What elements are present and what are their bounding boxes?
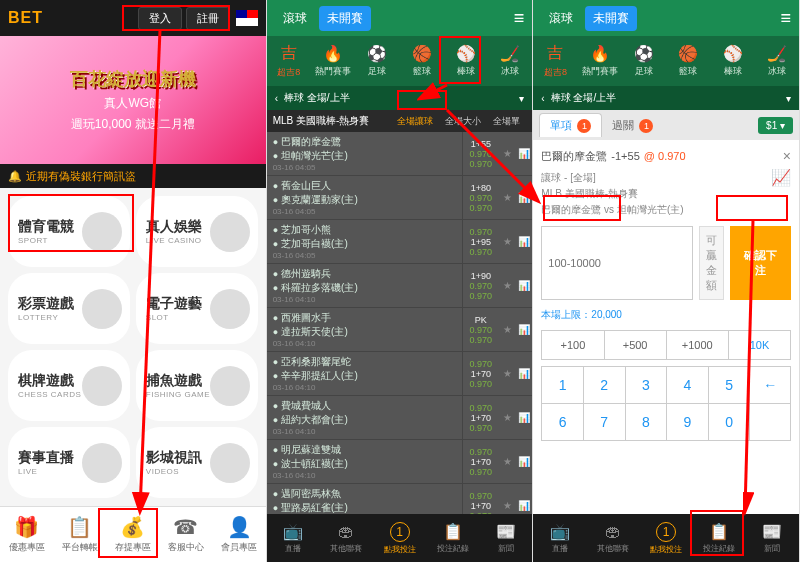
bnav-2[interactable]: 1點我投注 (373, 514, 426, 562)
sport-5[interactable]: 🏒冰球 (488, 36, 532, 86)
star-icon[interactable]: ★ (498, 308, 516, 351)
sport-3[interactable]: 🏀籃球 (400, 36, 444, 86)
sport-2[interactable]: ⚽足球 (622, 36, 666, 86)
bars-icon[interactable]: 📊 (516, 440, 532, 483)
chevron-left-icon[interactable]: ‹ (275, 93, 278, 104)
key-0[interactable]: 0 (708, 404, 750, 441)
bars-icon[interactable]: 📊 (516, 264, 532, 307)
key-8[interactable]: 8 (625, 404, 667, 441)
key-←[interactable]: ← (749, 366, 791, 404)
key-6[interactable]: 6 (541, 404, 583, 441)
key-4[interactable]: 4 (666, 366, 708, 404)
nav-1[interactable]: 📋平台轉帳 (53, 507, 106, 562)
tile-fishing game[interactable]: 捕魚遊戲FISHING GAME (136, 350, 258, 421)
quick-+500[interactable]: +500 (604, 330, 666, 360)
odds-cell[interactable]: 0.9701+700.970 (462, 440, 498, 483)
odds-cell[interactable]: 1+900.9700.970 (462, 264, 498, 307)
key-9[interactable]: 9 (666, 404, 708, 441)
bnav-0[interactable]: 📺直播 (267, 514, 320, 562)
chart-icon[interactable]: 📈 (771, 170, 791, 186)
star-icon[interactable]: ★ (498, 352, 516, 395)
tab-single[interactable]: 單項 1 (539, 113, 602, 137)
nav-2[interactable]: 💰存提專區 (106, 507, 159, 562)
promo-banner[interactable]: 百花綻放迎新機 真人WG館 週玩10,000 就送二月禮 (0, 36, 266, 164)
sport-1[interactable]: 🔥熱門賽事 (578, 36, 622, 86)
odds-cell[interactable]: 0.9701+950.970 (462, 220, 498, 263)
bars-icon[interactable]: 📊 (516, 352, 532, 395)
star-icon[interactable]: ★ (498, 220, 516, 263)
odds-cell[interactable]: 1+800.9700.970 (462, 176, 498, 219)
bnav-4[interactable]: 📰新聞 (479, 514, 532, 562)
sport-5[interactable]: 🏒冰球 (755, 36, 799, 86)
star-icon[interactable]: ★ (498, 132, 516, 175)
match-row[interactable]: ●德州遊騎兵●科羅拉多落磯(主)03-16 04:101+900.9700.97… (267, 264, 533, 308)
bnav-1[interactable]: 🏟其他聯賽 (586, 514, 639, 562)
bars-icon[interactable]: 📊 (516, 176, 532, 219)
sport-0[interactable]: 吉超吉8 (267, 36, 311, 86)
key-1[interactable]: 1 (541, 366, 583, 404)
odds-cell[interactable]: 1+550.9700.970 (462, 132, 498, 175)
tab-upcoming[interactable]: 未開賽 (585, 6, 637, 31)
nav-3[interactable]: ☎客服中心 (159, 507, 212, 562)
star-icon[interactable]: ★ (498, 396, 516, 439)
sport-4[interactable]: ⚾棒球 (710, 36, 754, 86)
bars-icon[interactable]: 📊 (516, 220, 532, 263)
bars-icon[interactable]: 📊 (516, 396, 532, 439)
bnav-0[interactable]: 📺直播 (533, 514, 586, 562)
bnav-1[interactable]: 🏟其他聯賽 (320, 514, 373, 562)
bars-icon[interactable]: 📊 (516, 308, 532, 351)
star-icon[interactable]: ★ (498, 176, 516, 219)
chevron-down-icon[interactable]: ▾ (786, 93, 791, 104)
match-row[interactable]: ●亞利桑那響尾蛇●辛辛那提紅人(主)03-16 04:100.9701+700.… (267, 352, 533, 396)
col-ou[interactable]: 全場單 (487, 115, 526, 128)
quick-+100[interactable]: +100 (541, 330, 603, 360)
bnav-2[interactable]: 1點我投注 (640, 514, 693, 562)
quick-10K[interactable]: 10K (728, 330, 791, 360)
tile-videos[interactable]: 影城視訊VIDEOS (136, 427, 258, 498)
key-7[interactable]: 7 (583, 404, 625, 441)
nav-4[interactable]: 👤會員專區 (213, 507, 266, 562)
odds-cell[interactable]: 0.9701+700.970 (462, 352, 498, 395)
chevron-left-icon[interactable]: ‹ (541, 93, 544, 104)
key-3[interactable]: 3 (625, 366, 667, 404)
match-row[interactable]: ●費城費城人●紐約大都會(主)03-16 04:100.9701+700.970… (267, 396, 533, 440)
confirm-bet-button[interactable]: 確認下注 (730, 226, 791, 300)
star-icon[interactable]: ★ (498, 440, 516, 483)
bnav-3[interactable]: 📋投注紀錄 (426, 514, 479, 562)
register-button[interactable]: 註冊 (186, 7, 230, 30)
match-row[interactable]: ●明尼蘇達雙城●波士頓紅襪(主)03-16 04:100.9701+700.97… (267, 440, 533, 484)
match-row[interactable]: ●舊金山巨人●奧克蘭運動家(主)03-16 04:051+800.9700.97… (267, 176, 533, 220)
sport-2[interactable]: ⚽足球 (355, 36, 399, 86)
stake-selector[interactable]: $1 ▾ (758, 117, 793, 134)
close-icon[interactable]: × (783, 148, 791, 164)
stake-input[interactable] (541, 226, 693, 300)
star-icon[interactable]: ★ (498, 264, 516, 307)
match-row[interactable]: ●芝加哥小熊●芝加哥白襪(主)03-16 04:050.9701+950.970… (267, 220, 533, 264)
flag-icon[interactable] (236, 10, 258, 26)
sport-3[interactable]: 🏀籃球 (666, 36, 710, 86)
bars-icon[interactable]: 📊 (516, 132, 532, 175)
match-row[interactable]: ●西雅圖水手●達拉斯天使(主)03-16 04:10PK0.9700.970★📊 (267, 308, 533, 352)
quick-+1000[interactable]: +1000 (666, 330, 728, 360)
col-spread[interactable]: 全場讓球 (391, 115, 439, 128)
bnav-4[interactable]: 📰新聞 (746, 514, 799, 562)
sport-4[interactable]: ⚾棒球 (444, 36, 488, 86)
tile-live[interactable]: 賽事直播LIVE (8, 427, 130, 498)
sport-0[interactable]: 吉超吉8 (533, 36, 577, 86)
menu-icon[interactable]: ≡ (781, 8, 792, 29)
odds-cell[interactable]: PK0.9700.970 (462, 308, 498, 351)
menu-icon[interactable]: ≡ (514, 8, 525, 29)
odds-cell[interactable]: 0.9701+700.970 (462, 484, 498, 514)
bnav-3[interactable]: 📋投注紀錄 (693, 514, 746, 562)
match-row[interactable]: ●邁阿密馬林魚●聖路易紅雀(主)03-16 04:100.9701+700.97… (267, 484, 533, 514)
tile-slot[interactable]: 電子遊藝SLOT (136, 273, 258, 344)
key-2[interactable]: 2 (583, 366, 625, 404)
key-5[interactable]: 5 (708, 366, 750, 404)
tab-upcoming[interactable]: 未開賽 (319, 6, 371, 31)
tab-live[interactable]: 滾球 (275, 6, 315, 31)
sport-1[interactable]: 🔥熱門賽事 (311, 36, 355, 86)
tile-chess cards[interactable]: 棋牌遊戲CHESS CARDS (8, 350, 130, 421)
nav-0[interactable]: 🎁優惠專區 (0, 507, 53, 562)
tile-live casino[interactable]: 真人娛樂LIVE CASINO (136, 196, 258, 267)
match-row[interactable]: ●巴爾的摩金鷺●坦帕灣光芒(主)03-16 04:051+550.9700.97… (267, 132, 533, 176)
